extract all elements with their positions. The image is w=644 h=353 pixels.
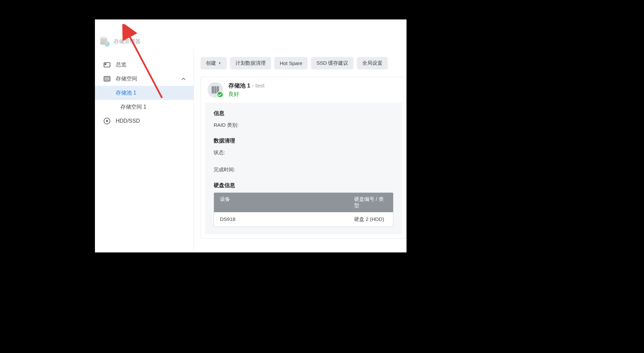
complete-time-section: 完成时间: [214,165,393,174]
info-heading: 信息 [214,110,393,117]
col-header-disk: 硬盘编号 / 类型 [354,196,387,209]
sidebar-item-label: 存储空间 1 [120,104,146,111]
window-body: 总览 存储空间 存储池 1 存储空间 1 [95,50,407,252]
button-label: 创建 [206,60,216,66]
pool-header[interactable]: 存储池 1 - test 良好 [201,77,406,103]
sidebar-item-label: 存储池 1 [116,90,136,97]
button-label: Hot Spare [280,60,303,66]
pool-body: 信息 RAID 类别: 数据清理 状态: 完成时间: 硬盘信息 [205,103,402,234]
storage-pool-card: 存储池 1 - test 良好 信息 RAID 类别: 数据清理 状态: [201,77,407,239]
raid-type-label: RAID 类别: [214,120,393,129]
sidebar-item-pool1[interactable]: 存储池 1 [95,86,194,100]
sidebar-item-label: 存储空间 [116,75,137,82]
status-ok-badge [217,91,223,98]
pool-icon-wrap [208,82,223,98]
pool-title: 存储池 1 - test [228,82,265,90]
window-title: 存储管理器 [114,38,141,45]
col-header-device: 设备 [220,196,354,209]
sidebar-item-label: 总览 [116,61,126,68]
scrub-heading: 数据清理 [214,137,393,144]
button-label: SSD 缓存建议 [316,60,348,66]
cell-disk: 硬盘 2 (HDD) [354,216,387,223]
cell-device: DS918 [220,216,354,223]
pool-title-block: 存储池 1 - test 良好 [228,82,265,98]
sidebar-item-label: HDD/SSD [116,118,140,124]
global-settings-button[interactable]: 全局设置 [357,57,388,69]
storage-manager-icon [100,37,110,47]
main-content: 创建 ▼ 计划数据清理 Hot Spare SSD 缓存建议 全局设置 [194,50,407,252]
sidebar: 总览 存储空间 存储池 1 存储空间 1 [95,50,194,252]
table-header: 设备 硬盘编号 / 类型 [214,193,393,212]
disk-info-heading: 硬盘信息 [214,182,393,189]
button-label: 全局设置 [362,60,382,66]
storage-manager-window: 存储管理器 总览 存储空间 [95,34,407,252]
scrub-section: 数据清理 状态: [214,137,393,157]
chevron-down-icon: ▼ [218,61,221,65]
complete-time-label: 完成时间: [214,165,393,174]
ssd-advisor-button[interactable]: SSD 缓存建议 [311,57,354,69]
sidebar-item-storage[interactable]: 存储空间 [95,72,194,86]
sidebar-item-hdd-ssd[interactable]: HDD/SSD [95,114,194,128]
info-section: 信息 RAID 类别: [214,110,393,129]
pool-suffix: - test [250,82,265,89]
toolbar: 创建 ▼ 计划数据清理 Hot Spare SSD 缓存建议 全局设置 [201,57,407,69]
hot-spare-button[interactable]: Hot Spare [274,57,308,69]
create-button[interactable]: 创建 ▼ [201,57,227,69]
table-row[interactable]: DS918 硬盘 2 (HDD) [214,212,393,227]
storage-space-icon [103,75,111,83]
button-label: 计划数据清理 [235,60,266,66]
scrub-schedule-button[interactable]: 计划数据清理 [230,57,271,69]
sidebar-item-overview[interactable]: 总览 [95,58,194,72]
pool-status: 良好 [228,91,265,98]
scrub-status-label: 状态: [214,148,393,157]
window-header: 存储管理器 [95,34,407,50]
disk-table: 设备 硬盘编号 / 类型 DS918 硬盘 2 (HDD) [214,192,393,227]
pool-name: 存储池 1 [228,82,250,89]
app-window: 存储管理器 总览 存储空间 [95,19,407,252]
hdd-icon [103,117,111,125]
sidebar-item-volume1[interactable]: 存储空间 1 [95,100,194,114]
overview-icon [103,61,111,69]
chevron-up-icon [181,76,185,82]
